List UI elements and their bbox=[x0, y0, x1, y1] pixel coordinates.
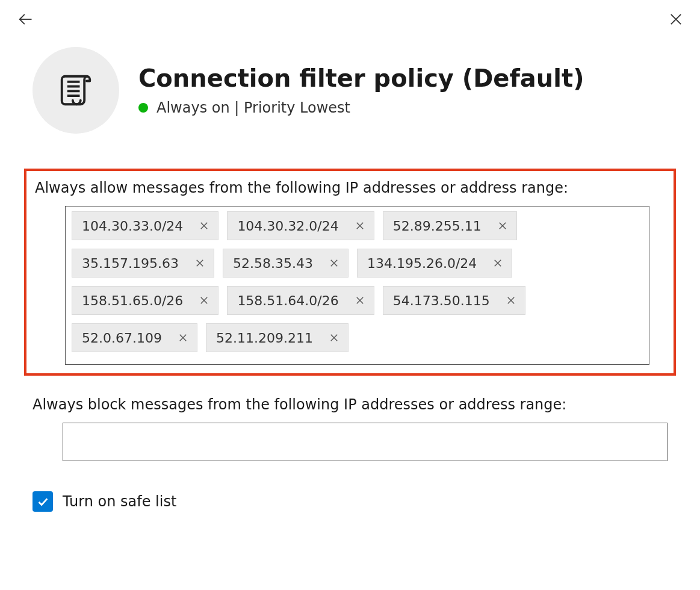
close-icon bbox=[492, 258, 503, 269]
ip-chip: 52.89.255.11 bbox=[383, 211, 517, 240]
remove-chip-button[interactable] bbox=[352, 293, 368, 308]
safe-list-row: Turn on safe list bbox=[0, 491, 700, 512]
remove-chip-button[interactable] bbox=[192, 255, 208, 271]
remove-chip-button[interactable] bbox=[175, 330, 191, 346]
status-line: Always on | Priority Lowest bbox=[138, 99, 584, 116]
ip-chip-label: 52.0.67.109 bbox=[82, 331, 162, 346]
policy-icon-avatar bbox=[33, 47, 119, 134]
safe-list-label: Turn on safe list bbox=[63, 493, 176, 510]
close-icon bbox=[667, 11, 684, 28]
policy-header: Connection filter policy (Default) Alway… bbox=[0, 36, 700, 148]
ip-chip-label: 52.89.255.11 bbox=[393, 219, 482, 234]
remove-chip-button[interactable] bbox=[503, 293, 519, 308]
close-icon bbox=[355, 295, 365, 306]
ip-chip: 104.30.32.0/24 bbox=[227, 211, 374, 240]
remove-chip-button[interactable] bbox=[352, 218, 368, 234]
allow-ip-input[interactable]: 104.30.33.0/24104.30.32.0/2452.89.255.11… bbox=[65, 206, 649, 365]
block-label: Always block messages from the following… bbox=[33, 396, 667, 413]
block-section: Always block messages from the following… bbox=[0, 396, 700, 461]
close-icon bbox=[497, 220, 508, 231]
ip-chip: 52.58.35.43 bbox=[223, 249, 348, 278]
ip-chip: 35.157.195.63 bbox=[72, 249, 214, 278]
remove-chip-button[interactable] bbox=[196, 218, 212, 234]
close-icon bbox=[329, 258, 339, 269]
allow-label: Always allow messages from the following… bbox=[35, 179, 649, 196]
ip-chip-label: 104.30.32.0/24 bbox=[237, 219, 338, 234]
ip-chip-label: 35.157.195.63 bbox=[82, 256, 179, 271]
close-icon bbox=[329, 332, 339, 343]
ip-chip: 104.30.33.0/24 bbox=[72, 211, 218, 240]
ip-chip-label: 158.51.64.0/26 bbox=[237, 293, 338, 308]
ip-chip-label: 52.11.209.211 bbox=[216, 331, 313, 346]
ip-chip-label: 52.58.35.43 bbox=[233, 256, 313, 271]
ip-chip: 52.11.209.211 bbox=[206, 323, 348, 352]
remove-chip-button[interactable] bbox=[495, 218, 510, 234]
close-button[interactable] bbox=[664, 7, 688, 33]
close-icon bbox=[506, 295, 516, 306]
ip-chip: 158.51.64.0/26 bbox=[227, 286, 374, 315]
ip-chip: 52.0.67.109 bbox=[72, 323, 197, 352]
checkmark-icon bbox=[36, 495, 49, 508]
close-icon bbox=[199, 295, 209, 306]
safe-list-checkbox[interactable] bbox=[33, 491, 53, 512]
ip-chip: 54.173.50.115 bbox=[383, 286, 525, 315]
ip-chip-label: 134.195.26.0/24 bbox=[367, 256, 477, 271]
remove-chip-button[interactable] bbox=[490, 255, 506, 271]
block-ip-input[interactable] bbox=[63, 423, 667, 461]
ip-chip-label: 54.173.50.115 bbox=[393, 293, 490, 308]
page-title: Connection filter policy (Default) bbox=[138, 64, 584, 92]
ip-chip: 158.51.65.0/26 bbox=[72, 286, 218, 315]
remove-chip-button[interactable] bbox=[326, 255, 342, 271]
scroll-icon bbox=[57, 72, 94, 109]
close-icon bbox=[199, 220, 209, 231]
remove-chip-button[interactable] bbox=[326, 330, 342, 346]
arrow-left-icon bbox=[17, 11, 34, 28]
close-icon bbox=[194, 258, 205, 269]
ip-chip-label: 104.30.33.0/24 bbox=[82, 219, 183, 234]
ip-chip: 134.195.26.0/24 bbox=[357, 249, 512, 278]
back-button[interactable] bbox=[13, 7, 37, 33]
close-icon bbox=[178, 332, 188, 343]
allow-section-highlight: Always allow messages from the following… bbox=[24, 169, 676, 376]
ip-chip-label: 158.51.65.0/26 bbox=[82, 293, 183, 308]
close-icon bbox=[355, 220, 365, 231]
remove-chip-button[interactable] bbox=[196, 293, 212, 308]
status-text: Always on | Priority Lowest bbox=[156, 99, 350, 116]
status-dot-icon bbox=[138, 103, 148, 113]
